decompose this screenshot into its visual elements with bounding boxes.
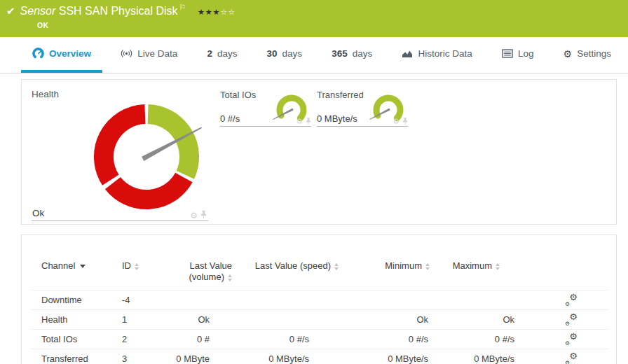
- stars-filled: ★★★: [198, 8, 221, 17]
- gauge-settings-gear-icon[interactable]: ⚙: [392, 118, 400, 125]
- channel-settings-gears-icon[interactable]: ⚙⚙: [566, 353, 578, 363]
- tab-log[interactable]: Log: [491, 37, 545, 73]
- channels-table: Channel ID Last Value(volume) Last Value…: [31, 260, 608, 364]
- sort-icon: [496, 263, 500, 270]
- mini-gauge-title: Total IOs: [220, 90, 256, 100]
- tab-settings[interactable]: ⚙ Settings: [552, 37, 622, 73]
- sensor-name: SSH SAN Physical Disk: [59, 5, 178, 17]
- last-value-volume: [162, 290, 233, 310]
- table-row-total-ios: Total IOs 2 0 # 0 #/s 0 #/s 0 #/s ⚙⚙: [31, 330, 608, 349]
- channel-id: 3: [120, 349, 162, 364]
- sensor-type-label: Sensor: [20, 5, 56, 17]
- status-badge: OK: [37, 21, 49, 29]
- sort-desc-icon: [80, 265, 86, 268]
- sensor-status-bar: ✔Sensor SSH SAN Physical Disk⚐ ★★★☆☆ OK: [0, 0, 628, 37]
- last-value-speed: [233, 310, 340, 330]
- tab-30-days-number: 30: [267, 48, 278, 59]
- column-header-minimum[interactable]: Minimum: [340, 260, 431, 290]
- last-value-volume: Ok: [162, 310, 233, 330]
- broadcast-icon: [121, 48, 132, 59]
- channel-name[interactable]: Total IOs: [31, 330, 120, 349]
- tab-live-data-label: Live Data: [137, 48, 177, 59]
- overview-gauges-panel: Health Ok ⚙ Total IOs 0 #/s ⚙ T: [21, 79, 617, 225]
- tab-overview-label: Overview: [49, 48, 91, 59]
- area-chart-icon: [402, 49, 413, 59]
- tab-bar: Overview Live Data 2 days 30 days 365 da…: [0, 37, 628, 74]
- mini-gauge-total-ios: Total IOs 0 #/s ⚙: [220, 90, 311, 127]
- gear-icon: ⚙: [564, 48, 573, 59]
- stars-empty: ☆☆: [220, 8, 235, 17]
- table-header-row: Channel ID Last Value(volume) Last Value…: [31, 260, 608, 290]
- channels-table-panel: Channel ID Last Value(volume) Last Value…: [21, 234, 617, 364]
- sort-icon: [425, 263, 430, 270]
- sort-icon: [228, 274, 232, 281]
- channel-settings-gears-icon[interactable]: ⚙⚙: [566, 333, 578, 344]
- column-header-maximum[interactable]: Maximum: [431, 260, 517, 290]
- channel-id: 2: [120, 330, 162, 349]
- mini-gauge-value: 0 MByte/s: [317, 113, 357, 124]
- tab-2-days[interactable]: 2 days: [196, 37, 248, 73]
- last-value-speed: 0 #/s: [233, 330, 340, 349]
- pin-icon[interactable]: [200, 211, 207, 219]
- tab-2-days-number: 2: [207, 48, 212, 59]
- table-row-transferred: Transferred 3 0 MByte 0 MByte/s 0 MByte/…: [31, 349, 608, 364]
- mini-gauge-transferred: Transferred 0 MByte/s ⚙: [317, 90, 408, 127]
- channel-name[interactable]: Health: [31, 310, 120, 330]
- tab-2-days-label: days: [217, 48, 238, 59]
- channel-name[interactable]: Downtime: [31, 290, 120, 310]
- column-header-id[interactable]: ID: [120, 260, 162, 290]
- tab-30-days-label: days: [282, 48, 303, 59]
- health-gauge-title: Health: [32, 89, 59, 99]
- tab-settings-label: Settings: [577, 48, 611, 59]
- channel-id: -4: [120, 290, 162, 310]
- tab-365-days-number: 365: [332, 48, 348, 59]
- column-header-edit: [517, 260, 608, 290]
- tab-365-days-label: days: [353, 48, 373, 59]
- pin-icon[interactable]: [402, 118, 408, 125]
- last-value-speed: 0 MByte/s: [233, 349, 340, 364]
- channel-name[interactable]: Transferred: [31, 349, 120, 364]
- maximum-value: Ok: [431, 310, 517, 330]
- table-row-health: Health 1 Ok Ok Ok ⚙⚙: [31, 310, 608, 330]
- channel-id: 1: [120, 310, 162, 330]
- column-header-last-value-volume[interactable]: Last Value(volume): [162, 260, 233, 290]
- minimum-value: 0 MByte/s: [340, 349, 431, 364]
- table-row-downtime: Downtime -4 ⚙⚙: [31, 290, 608, 310]
- tab-overview[interactable]: Overview: [21, 37, 102, 73]
- mini-gauge-title: Transferred: [317, 90, 364, 100]
- last-value-speed: [233, 290, 340, 310]
- tab-log-label: Log: [518, 48, 534, 59]
- maximum-value: 0 #/s: [431, 330, 517, 349]
- minimum-value: 0 #/s: [340, 330, 431, 349]
- last-value-volume: 0 MByte: [162, 349, 233, 364]
- last-value-volume: 0 #: [162, 330, 233, 349]
- minimum-value: Ok: [340, 310, 431, 330]
- column-header-last-value-speed[interactable]: Last Value (speed): [233, 260, 340, 290]
- mini-gauge-value: 0 #/s: [220, 113, 240, 124]
- health-status-value: Ok: [32, 208, 44, 218]
- pin-icon[interactable]: [306, 118, 311, 125]
- sort-icon: [135, 263, 139, 270]
- channel-settings-gears-icon[interactable]: ⚙⚙: [566, 314, 578, 324]
- sensor-title-row: ✔Sensor SSH SAN Physical Disk⚐ ★★★☆☆: [6, 5, 235, 18]
- gauge-needle: [369, 108, 390, 120]
- tab-live-data[interactable]: Live Data: [109, 37, 189, 73]
- channel-settings-gears-icon[interactable]: ⚙⚙: [566, 294, 578, 304]
- sort-icon: [334, 263, 339, 270]
- flag-icon[interactable]: ⚐: [179, 3, 186, 12]
- health-gauge-footer: Ok ⚙: [32, 207, 208, 221]
- tab-historic-data[interactable]: Historic Data: [390, 37, 483, 73]
- tab-historic-data-label: Historic Data: [418, 48, 472, 59]
- maximum-value: [431, 290, 517, 310]
- priority-stars[interactable]: ★★★☆☆: [198, 8, 235, 17]
- log-icon: [502, 49, 513, 58]
- maximum-value: 0 MByte/s: [431, 349, 517, 364]
- tab-30-days[interactable]: 30 days: [256, 37, 314, 73]
- minimum-value: [340, 290, 431, 310]
- column-header-channel[interactable]: Channel: [31, 260, 120, 290]
- health-donut-gauge: [80, 90, 213, 223]
- gauge-settings-gear-icon[interactable]: ⚙: [190, 212, 198, 219]
- gauge-icon: [32, 48, 44, 59]
- gauge-settings-gear-icon[interactable]: ⚙: [296, 118, 303, 125]
- tab-365-days[interactable]: 365 days: [320, 37, 383, 73]
